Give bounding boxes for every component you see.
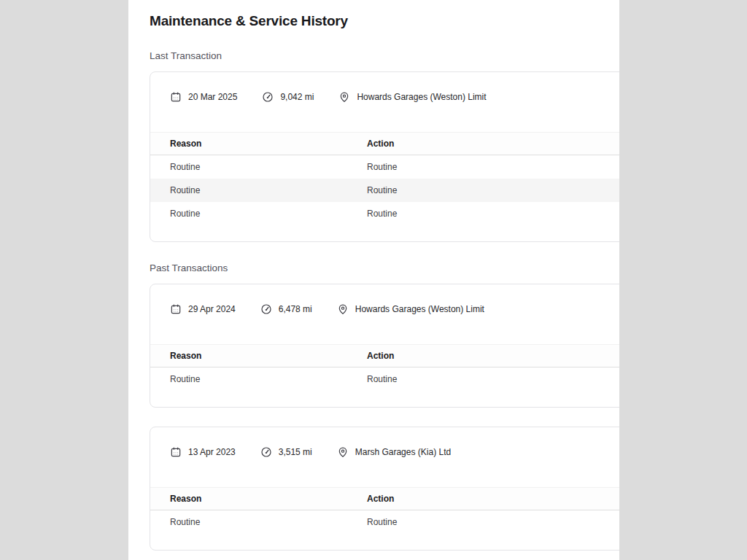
column-header-action: Action <box>347 133 619 155</box>
transaction-location-text: Howards Garages (Weston) Limit <box>357 92 486 102</box>
speedometer-icon <box>260 303 272 315</box>
table-row: Routine Routine <box>150 368 619 392</box>
table-row: Routine Routine <box>150 155 619 179</box>
transaction-mileage-text: 3,515 mi <box>279 447 312 457</box>
transaction-card: 29 Apr 2024 6,478 mi Howards Garages (We… <box>150 284 619 408</box>
last-transaction-section: 20 Mar 2025 9,042 mi Howards Garages (We… <box>150 71 619 242</box>
table-header-row: Reason Action <box>150 133 619 155</box>
section-label-last-transaction: Last Transaction <box>150 50 619 63</box>
reason-cell: Routine <box>150 179 347 202</box>
transaction-mileage: 6,478 mi <box>260 303 312 315</box>
column-header-reason: Reason <box>150 133 347 155</box>
table-header-row: Reason Action <box>150 488 619 510</box>
main-content-panel: Maintenance & Service History Last Trans… <box>128 0 619 560</box>
transaction-location-text: Howards Garages (Weston) Limit <box>355 304 484 314</box>
reason-cell: Routine <box>150 202 347 225</box>
calendar-icon <box>170 303 182 315</box>
location-pin-icon <box>337 303 349 315</box>
page-title: Maintenance & Service History <box>150 12 619 30</box>
table-row: Routine Routine <box>150 510 619 534</box>
transaction-table: Reason Action Routine Routine Routine Ro… <box>150 132 619 225</box>
table-row: Routine Routine <box>150 202 619 225</box>
reason-cell: Routine <box>150 510 347 534</box>
content-inner: Maintenance & Service History Last Trans… <box>128 0 619 551</box>
transaction-location-text: Marsh Garages (Kia) Ltd <box>355 447 451 457</box>
column-header-action: Action <box>347 488 619 510</box>
transaction-card: 20 Mar 2025 9,042 mi Howards Garages (We… <box>150 71 619 242</box>
transaction-meta-row: 20 Mar 2025 9,042 mi Howards Garages (We… <box>150 91 619 103</box>
action-cell: Routine <box>347 368 619 392</box>
transaction-meta-row: 29 Apr 2024 6,478 mi Howards Garages (We… <box>150 303 619 315</box>
transaction-date-text: 29 Apr 2024 <box>188 304 236 314</box>
transaction-mileage-text: 9,042 mi <box>280 92 314 102</box>
action-cell: Routine <box>347 155 619 179</box>
table-header-row: Reason Action <box>150 345 619 368</box>
transaction-table: Reason Action Routine Routine <box>150 344 619 391</box>
transaction-location: Howards Garages (Weston) Limit <box>338 91 486 103</box>
transaction-meta-row: 13 Apr 2023 3,515 mi Marsh Garages (Kia)… <box>150 446 619 458</box>
transaction-table: Reason Action Routine Routine <box>150 487 619 534</box>
calendar-icon <box>170 446 182 458</box>
transaction-date-text: 13 Apr 2023 <box>188 447 236 457</box>
calendar-icon <box>170 91 182 103</box>
transaction-mileage: 9,042 mi <box>262 91 314 103</box>
past-transactions-section: 29 Apr 2024 6,478 mi Howards Garages (We… <box>150 284 619 551</box>
speedometer-icon <box>260 446 272 458</box>
section-label-past-transactions: Past Transactions <box>150 262 619 275</box>
transaction-location: Marsh Garages (Kia) Ltd <box>337 446 451 458</box>
reason-cell: Routine <box>150 155 347 179</box>
transaction-mileage: 3,515 mi <box>260 446 312 458</box>
action-cell: Routine <box>347 510 619 534</box>
column-header-action: Action <box>347 345 619 368</box>
location-pin-icon <box>338 91 350 103</box>
action-cell: Routine <box>347 179 619 202</box>
location-pin-icon <box>337 446 349 458</box>
reason-cell: Routine <box>150 368 347 392</box>
column-header-reason: Reason <box>150 488 347 510</box>
transaction-date: 13 Apr 2023 <box>170 446 236 458</box>
transaction-date-text: 20 Mar 2025 <box>188 92 237 102</box>
transaction-date: 20 Mar 2025 <box>170 91 237 103</box>
speedometer-icon <box>262 91 274 103</box>
transaction-date: 29 Apr 2024 <box>170 303 236 315</box>
table-row: Routine Routine <box>150 179 619 202</box>
transaction-card: 13 Apr 2023 3,515 mi Marsh Garages (Kia)… <box>150 427 619 551</box>
transaction-mileage-text: 6,478 mi <box>279 304 312 314</box>
action-cell: Routine <box>347 202 619 225</box>
transaction-location: Howards Garages (Weston) Limit <box>337 303 484 315</box>
column-header-reason: Reason <box>150 345 347 368</box>
